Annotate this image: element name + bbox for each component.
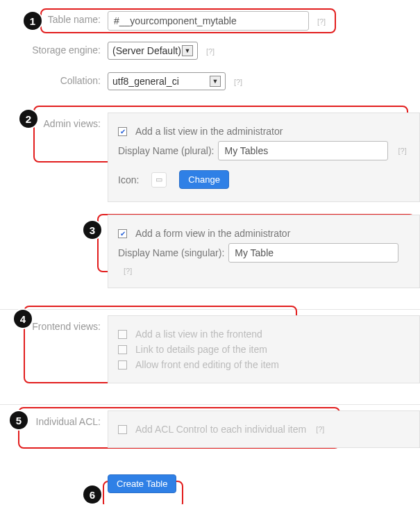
collation-label: Collation: [0, 69, 108, 86]
admin-views-panel: ✔ Add a list view in the administrator D… [108, 113, 420, 202]
chevron-down-icon: ▼ [182, 45, 193, 56]
allow-edit-checkbox[interactable] [118, 360, 127, 370]
admin-form-panel: ✔ Add a form view in the administrator D… [108, 215, 420, 288]
help-icon[interactable]: [?] [206, 47, 215, 56]
create-table-button[interactable]: Create Table [108, 474, 176, 493]
admin-form-view-checkbox[interactable]: ✔ [118, 229, 127, 238]
link-details-label: Link to details page of the item [135, 344, 267, 355]
collation-value: utf8_general_ci [112, 76, 179, 87]
help-icon[interactable]: [?] [398, 147, 406, 155]
add-acl-label: Add ACL Control to each individual item [135, 424, 306, 435]
admin-views-label: Admin views: [0, 113, 108, 129]
frontend-views-label: Frontend views: [0, 315, 108, 332]
frontend-views-panel: Add a list view in the frontend Link to … [108, 315, 420, 383]
help-icon[interactable]: [?] [124, 267, 132, 275]
allow-edit-label: Allow front end editing of the item [135, 359, 279, 370]
display-plural-label: Display Name (plural): [118, 145, 214, 156]
display-singular-label: Display Name (singular): [118, 247, 224, 258]
chevron-down-icon: ▼ [210, 76, 221, 87]
display-singular-input[interactable] [228, 243, 398, 263]
individual-acl-label: Individual ACL: [0, 410, 108, 427]
storage-engine-value: (Server Default) [112, 45, 181, 56]
collation-select[interactable]: utf8_general_ci ▼ [108, 72, 226, 90]
table-name-input[interactable] [108, 11, 309, 31]
image-icon: ▭ [151, 172, 167, 188]
frontend-list-view-checkbox[interactable] [118, 330, 127, 339]
change-icon-button[interactable]: Change [179, 170, 229, 189]
admin-form-view-label: Add a form view in the administrator [135, 228, 290, 239]
add-acl-checkbox[interactable] [118, 425, 127, 434]
link-details-checkbox[interactable] [118, 345, 127, 354]
frontend-list-view-label: Add a list view in the frontend [135, 329, 262, 340]
admin-list-view-label: Add a list view in the administrator [135, 126, 283, 137]
table-name-label: Table name: [0, 8, 108, 25]
help-icon[interactable]: [?] [316, 425, 324, 433]
storage-engine-label: Storage engine: [0, 39, 108, 56]
storage-engine-select[interactable]: (Server Default) ▼ [108, 42, 198, 60]
admin-list-view-checkbox[interactable]: ✔ [118, 127, 127, 136]
icon-label: Icon: [118, 174, 139, 185]
individual-acl-panel: Add ACL Control to each individual item … [108, 410, 420, 448]
display-plural-input[interactable] [218, 141, 388, 160]
help-icon[interactable]: [?] [317, 17, 326, 26]
help-icon[interactable]: [?] [234, 78, 242, 86]
